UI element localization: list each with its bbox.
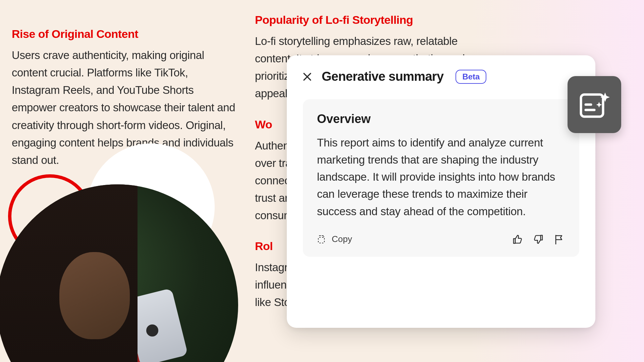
beta-badge: Beta [455,70,486,84]
panel-header: Generative summary Beta [303,69,579,84]
thumbs-up-icon[interactable] [512,233,524,245]
close-icon[interactable] [303,72,312,81]
copy-button[interactable]: Copy [317,234,352,244]
copy-label: Copy [332,234,352,244]
summarize-floating-button[interactable] [568,76,621,133]
panel-title: Generative summary [322,69,443,84]
section-heading: Rise of Original Content [12,27,238,41]
flag-icon[interactable] [553,233,565,245]
feedback-group [512,233,565,245]
summary-card-body: This report aims to identify and analyze… [317,134,565,220]
card-actions: Copy [317,233,565,245]
summary-card: Overview This report aims to identify an… [303,99,579,257]
thumbs-down-icon[interactable] [532,233,544,245]
summary-card-title: Overview [317,112,565,126]
section-rise-original: Rise of Original Content Users crave aut… [12,27,238,169]
copy-icon [317,234,327,244]
section-heading: Popularity of Lo-fi Storytelling [255,13,481,26]
hero-image [0,167,241,362]
generative-summary-panel: Generative summary Beta Overview This re… [287,55,595,328]
svg-rect-0 [318,237,324,243]
summarize-icon [576,86,612,123]
